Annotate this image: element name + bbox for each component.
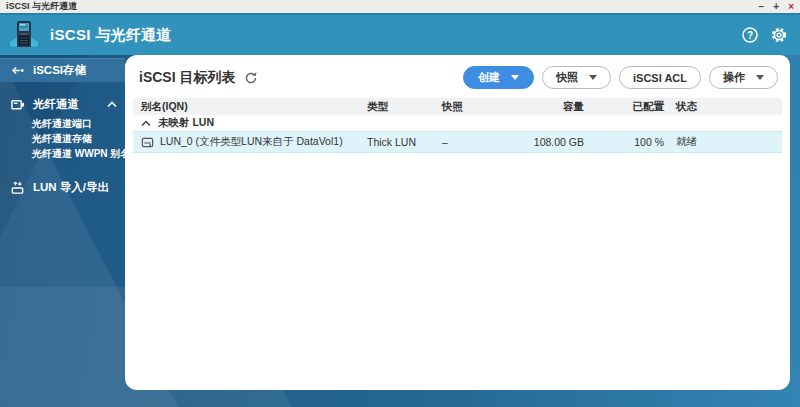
sidebar: iSCSI存储 光纤通道 光纤通道端口 [0,55,125,407]
chevron-down-icon [511,75,519,80]
column-header-status[interactable]: 状态 [668,100,782,114]
table-row[interactable]: LUN_0 (文件类型LUN来自于 DataVol1) Thick LUN – … [133,131,782,153]
sidebar-item-fc-ports[interactable]: 光纤通道端口 [0,116,125,131]
iscsi-acl-button-label: iSCSI ACL [633,72,687,84]
sidebar-item-fc-wwpn-alias[interactable]: 光纤通道 WWPN 别名 [0,146,125,161]
fibre-channel-icon [10,97,25,112]
lun-capacity: 108.00 GB [523,136,588,148]
application-window: iSCSI 与光纤通道 − + × iSCSI 与光纤通道 ? [0,0,800,407]
lun-alias: LUN_0 (文件类型LUN来自于 DataVol1) [160,135,343,149]
column-header-type[interactable]: 类型 [363,100,438,114]
sidebar-subitem-label: 光纤通道 WWPN 别名 [32,147,130,161]
settings-gear-icon[interactable] [770,26,788,44]
chevron-down-icon [589,75,597,80]
app-title: iSCSI 与光纤通道 [50,26,172,45]
lun-status: 就绪 [668,135,782,149]
lun-alias-cell: LUN_0 (文件类型LUN来自于 DataVol1) [133,135,363,149]
snapshot-button[interactable]: 快照 [542,66,611,89]
table-header-row: 别名(IQN) 类型 快照 容量 已配置 状态 [133,98,782,115]
svg-text:?: ? [747,30,753,41]
collapse-chevron-icon[interactable] [141,120,151,127]
group-row-unmapped-lun[interactable]: 未映射 LUN [133,115,782,131]
group-label: 未映射 LUN [158,116,214,130]
window-titlebar: iSCSI 与光纤通道 − + × [0,0,800,13]
app-body: iSCSI存储 光纤通道 光纤通道端口 [0,55,800,407]
app-header: iSCSI 与光纤通道 ? [0,13,800,55]
sidebar-item-label: LUN 导入/导出 [33,180,109,195]
lun-snapshot: – [438,136,523,148]
main-panel: iSCSI 目标列表 创建 快照 iSCSI ACL [125,55,790,390]
sidebar-item-fc-storage[interactable]: 光纤通道存储 [0,131,125,146]
create-button[interactable]: 创建 [463,66,534,89]
toolbar: 创建 快照 iSCSI ACL 操作 [463,66,778,89]
sidebar-subitem-label: 光纤通道端口 [32,117,92,131]
app-logo-icon [8,19,40,51]
snapshot-button-label: 快照 [556,70,578,85]
help-icon[interactable]: ? [741,26,759,44]
column-header-allocated[interactable]: 已配置 [588,100,668,114]
sidebar-item-iscsi-storage[interactable]: iSCSI存储 [0,58,125,82]
close-icon[interactable]: × [788,2,794,12]
minimize-icon[interactable]: − [758,2,764,12]
column-header-capacity[interactable]: 容量 [523,100,588,114]
sidebar-item-lun-import-export[interactable]: LUN 导入/导出 [0,175,125,199]
column-header-alias[interactable]: 别名(IQN) [133,100,363,114]
column-header-snapshot[interactable]: 快照 [438,100,523,114]
page-title: iSCSI 目标列表 [139,69,235,87]
chevron-up-icon[interactable] [107,101,117,108]
sidebar-item-label: 光纤通道 [33,97,79,112]
panel-header: iSCSI 目标列表 创建 快照 iSCSI ACL [139,66,778,89]
create-button-label: 创建 [478,70,500,85]
window-controls: − + × [758,2,794,12]
iscsi-acl-button[interactable]: iSCSI ACL [619,66,701,89]
window-title: iSCSI 与光纤通道 [6,0,77,13]
iscsi-storage-icon [10,63,25,78]
action-button[interactable]: 操作 [709,66,778,89]
refresh-icon[interactable] [244,71,258,85]
sidebar-item-fibre-channel[interactable]: 光纤通道 [0,92,125,116]
header-actions: ? [741,26,788,44]
chevron-down-icon [756,75,764,80]
maximize-icon[interactable]: + [773,2,779,12]
lun-allocated: 100 % [588,136,668,148]
sidebar-item-label: iSCSI存储 [33,63,86,78]
lun-import-export-icon [10,180,25,195]
lun-type: Thick LUN [363,136,438,148]
sidebar-subitem-label: 光纤通道存储 [32,132,92,146]
lun-disk-icon [141,136,154,149]
action-button-label: 操作 [723,70,745,85]
